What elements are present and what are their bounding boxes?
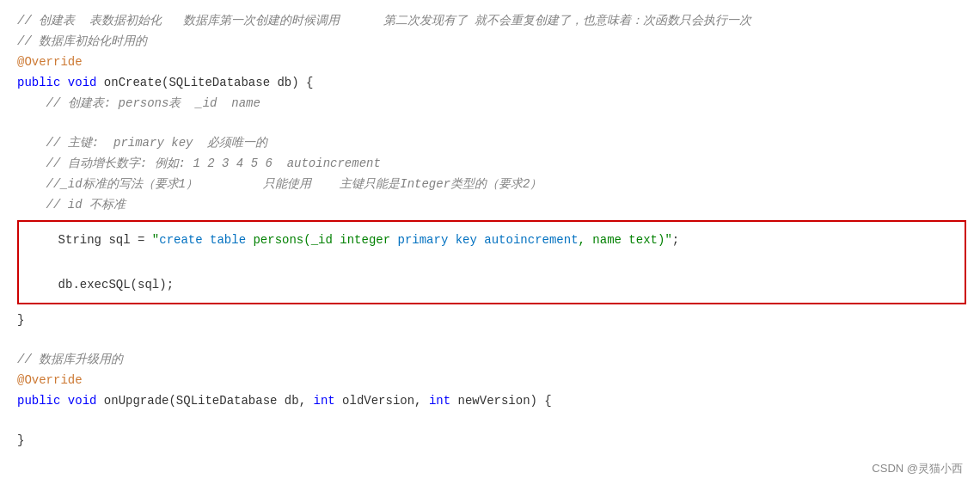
sql-string-line: String sql = "create table persons(_id i… [29, 229, 954, 251]
code-line: //_id标准的写法（要求1） 只能使用 主键只能是Integer类型的（要求2… [0, 174, 980, 194]
code-line: // 创建表: persons表 _id name [0, 93, 980, 114]
code-line: // id 不标准 [0, 194, 980, 215]
code-line: @Override [0, 52, 980, 72]
comment-text: // 数据库升级用的 [17, 350, 980, 369]
brace-text: } [17, 431, 980, 450]
code-text: public void onUpgrade(SQLiteDatabase db,… [17, 391, 980, 410]
comment-text: // 主键: primary key 必须唯一的 [17, 133, 980, 152]
code-text: public void onCreate(SQLiteDatabase db) … [17, 73, 980, 92]
comment-text: // 创建表: persons表 _id name [17, 94, 980, 113]
comment-text: // 数据库初始化时用的 [17, 32, 980, 51]
code-line: public void onCreate(SQLiteDatabase db) … [0, 72, 980, 93]
highlighted-code-block: String sql = "create table persons(_id i… [17, 220, 966, 304]
code-line: // 数据库初始化时用的 [0, 31, 980, 52]
code-line: // 创建表 表数据初始化 数据库第一次创建的时候调用 第二次发现有了 就不会重… [0, 10, 980, 31]
annotation-text: @Override [17, 52, 980, 71]
comment-text: // 创建表 表数据初始化 数据库第一次创建的时候调用 第二次发现有了 就不会重… [17, 11, 980, 30]
code-line: } [0, 310, 980, 330]
exec-sql-line: db.execSQL(sql); [29, 273, 954, 296]
exec-code: db.execSQL(sql); [29, 275, 174, 294]
code-line: // 数据库升级用的 [0, 349, 980, 370]
code-line: public void onUpgrade(SQLiteDatabase db,… [0, 390, 980, 411]
footer-text: CSDN @灵猫小西 [872, 461, 963, 476]
code-editor: // 创建表 表数据初始化 数据库第一次创建的时候调用 第二次发现有了 就不会重… [0, 0, 980, 485]
empty-inner-line [29, 251, 954, 273]
comment-text: // 自动增长数字: 例如: 1 2 3 4 5 6 autoincrement [17, 154, 980, 173]
code-line: // 主键: primary key 必须唯一的 [0, 132, 980, 153]
annotation-text: @Override [17, 371, 980, 390]
comment-text: // id 不标准 [17, 195, 980, 214]
comment-text: //_id标准的写法（要求1） 只能使用 主键只能是Integer类型的（要求2… [17, 175, 980, 193]
code-line: // 自动增长数字: 例如: 1 2 3 4 5 6 autoincrement [0, 153, 980, 174]
sql-code: String sql = "create table persons(_id i… [29, 230, 679, 249]
code-line: @Override [0, 370, 980, 390]
empty-line [0, 330, 980, 349]
empty-line [0, 114, 980, 132]
empty-line [0, 411, 980, 430]
brace-text: } [17, 310, 980, 329]
code-line: } [0, 430, 980, 451]
